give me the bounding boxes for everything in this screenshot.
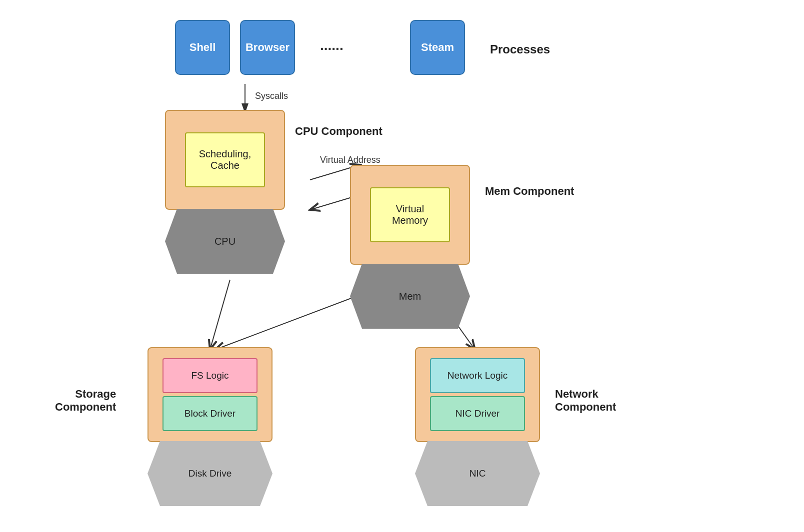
network-monitor: Network Logic NIC Driver <box>415 347 540 442</box>
processes-label: Processes <box>490 42 550 56</box>
network-hex-base: NIC <box>415 441 540 506</box>
storage-inner-boxes: FS Logic Block Driver <box>154 358 266 431</box>
storage-computer: FS Logic Block Driver Disk Drive <box>148 347 272 506</box>
storage-hex-base: Disk Drive <box>148 441 272 506</box>
cpu-computer: Scheduling, Cache CPU <box>165 110 285 274</box>
mem-component-label: Mem Component <box>485 185 574 198</box>
steam-process-box: Steam <box>410 20 465 75</box>
network-component-label: Network Component <box>555 375 616 414</box>
browser-process-box: Browser <box>240 20 295 75</box>
block-driver-box: Block Driver <box>162 396 258 431</box>
dots-label: ...... <box>320 37 344 53</box>
cpu-hex-base: CPU <box>165 209 285 274</box>
shell-process-box: Shell <box>175 20 230 75</box>
diagram-container: Shell Browser ...... Steam Processes Sys… <box>0 0 804 532</box>
storage-component-label: Storage Component <box>55 375 116 414</box>
network-computer: Network Logic NIC Driver NIC <box>415 347 540 506</box>
nic-driver-box: NIC Driver <box>430 396 525 431</box>
fs-logic-box: FS Logic <box>162 358 258 393</box>
mem-hex-base: Mem <box>350 264 470 329</box>
svg-line-4 <box>210 280 230 350</box>
network-logic-box: Network Logic <box>430 358 525 393</box>
mem-computer: Virtual Memory Mem <box>350 165 470 329</box>
network-inner-boxes: Network Logic NIC Driver <box>422 358 533 431</box>
cpu-component-label: CPU Component <box>295 125 382 138</box>
mem-monitor: Virtual Memory <box>350 165 470 265</box>
syscalls-label: Syscalls <box>255 91 288 101</box>
mem-inner-box: Virtual Memory <box>370 187 450 242</box>
storage-monitor: FS Logic Block Driver <box>148 347 272 442</box>
cpu-monitor: Scheduling, Cache <box>165 110 285 210</box>
cpu-inner-box: Scheduling, Cache <box>185 132 265 187</box>
virtual-address-label: Virtual Address <box>320 155 380 165</box>
